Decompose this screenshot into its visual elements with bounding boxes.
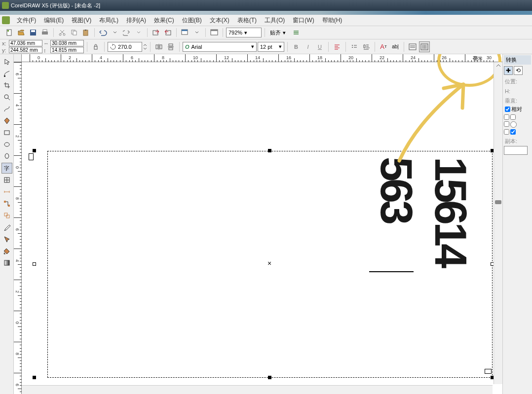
cut-button[interactable] [57,27,68,38]
crop-tool[interactable] [1,80,12,91]
zoom-combo[interactable]: 792% ▾ [226,28,262,37]
vertical-ruler[interactable]: 6 4 2 0 8 6 4 2 0 8 6 [14,62,22,394]
x-field[interactable]: 47.036 mm [9,40,42,46]
open-button[interactable] [16,27,27,38]
scroll-up-icon[interactable] [494,62,502,69]
handle-br-tab[interactable] [485,369,492,374]
new-button[interactable] [4,27,15,38]
menu-help[interactable]: 帮助(H) [318,16,346,25]
menu-edit[interactable]: 编辑(E) [40,16,68,25]
horizontal-scrollbar[interactable] [22,385,493,394]
outline-tool[interactable] [1,234,12,245]
zoom-tool[interactable] [1,92,12,103]
spin-down[interactable] [143,47,147,50]
italic-button[interactable]: I [303,41,313,52]
anchor-tl[interactable] [504,114,509,120]
width-field[interactable]: 30.038 mm [50,40,84,46]
undo-dropdown[interactable] [110,27,120,38]
shape-tool[interactable] [1,68,12,79]
height-field[interactable]: 14.815 mm [50,47,84,53]
menu-bitmap[interactable]: 位图(B) [178,16,206,25]
handle-ml-tab[interactable] [29,153,34,160]
paste-button[interactable] [80,27,91,38]
anchor-ml[interactable] [504,121,509,127]
dimension-tool[interactable] [1,186,12,197]
rotation-field[interactable]: 270.0 [108,42,142,52]
copy-field[interactable] [504,146,528,155]
redo-dropdown[interactable] [133,27,144,38]
menu-effects[interactable]: 效果(C) [150,16,178,25]
vertical-text-line2[interactable]: 563 [374,157,418,222]
snap-combo[interactable]: 贴齐 ▾ [268,28,290,37]
table-tool[interactable] [1,175,12,185]
panel-title[interactable]: 转换 [504,55,531,65]
vertical-text-line1[interactable]: 15614 [428,157,473,265]
vertical-scrollbar[interactable] [494,62,502,384]
anchor-c[interactable] [510,121,517,128]
toolbox: 字 [0,54,14,394]
effects-tool[interactable] [1,210,12,221]
bullets-button[interactable] [349,41,360,52]
align-button[interactable] [332,41,342,52]
anchor-tr[interactable] [510,114,516,120]
handle-tm[interactable] [268,149,271,152]
eyedropper-tool[interactable] [1,222,12,233]
vertical-text-button[interactable] [419,41,430,52]
export-button[interactable] [162,27,173,38]
bold-button[interactable]: B [291,41,302,52]
underline-button[interactable]: U [314,41,325,52]
handle-bl[interactable] [33,376,36,379]
redo-button[interactable] [121,27,132,38]
anchor-br[interactable] [510,129,516,135]
position-tab[interactable]: ✚ [504,66,513,75]
horizontal-text-button[interactable] [407,41,418,52]
y-field[interactable]: 244.582 mm [9,47,42,53]
app-launcher-dropdown[interactable] [191,27,202,38]
copy-button[interactable] [69,27,79,38]
spin-up[interactable] [143,43,147,47]
interactive-fill-tool[interactable] [1,257,12,268]
horizontal-ruler[interactable]: 0 2 4 6 8 10 12 14 16 18 20 22 24 26 28 … [22,54,502,62]
anchor-bl[interactable] [504,129,509,135]
freehand-tool[interactable] [1,104,12,114]
menu-arrange[interactable]: 排列(A) [122,16,150,25]
size-combo[interactable]: 12 pt ▾ [258,42,284,52]
rotate-tab[interactable]: ⟲ [514,66,523,75]
ellipse-tool[interactable] [1,139,12,150]
ruler-corner[interactable] [14,54,22,62]
handle-tl[interactable] [33,149,36,152]
edit-text-button[interactable]: ab| [390,41,401,52]
lock-ratio-button[interactable] [90,41,101,52]
connector-tool[interactable] [1,198,12,209]
scroll-thumb[interactable] [495,200,501,204]
polygon-tool[interactable] [1,151,12,162]
app-launcher-button[interactable] [180,27,190,38]
font-combo[interactable]: O Arial ▾ [183,42,257,52]
handle-bm[interactable] [268,376,271,379]
menu-table[interactable]: 表格(T) [233,16,261,25]
menu-view[interactable]: 视图(V) [68,16,95,25]
relative-checkbox[interactable]: 相对 [505,106,530,113]
menu-layout[interactable]: 布局(L) [95,16,122,25]
char-format-button[interactable]: AT [378,41,389,52]
menu-text[interactable]: 文本(X) [206,16,233,25]
pick-tool[interactable] [1,56,12,67]
print-button[interactable] [39,27,50,38]
canvas[interactable]: × 15614 563 [22,62,493,384]
save-button[interactable] [28,27,38,38]
undo-button[interactable] [98,27,109,38]
mirror-v-button[interactable] [165,41,176,52]
dropcap-button[interactable] [361,41,372,52]
fill-tool[interactable] [1,246,12,256]
rectangle-tool[interactable] [1,127,12,138]
welcome-button[interactable] [209,27,220,38]
mirror-h-button[interactable] [153,41,164,52]
smart-fill-tool[interactable] [1,115,12,126]
handle-ml-outline[interactable] [33,262,36,266]
text-tool[interactable]: 字 [1,163,12,174]
options-button[interactable] [291,27,302,38]
import-button[interactable] [151,27,161,38]
menu-window[interactable]: 窗口(W) [289,16,318,25]
menu-tools[interactable]: 工具(O) [261,16,289,25]
menu-file[interactable]: 文件(F) [13,16,40,25]
